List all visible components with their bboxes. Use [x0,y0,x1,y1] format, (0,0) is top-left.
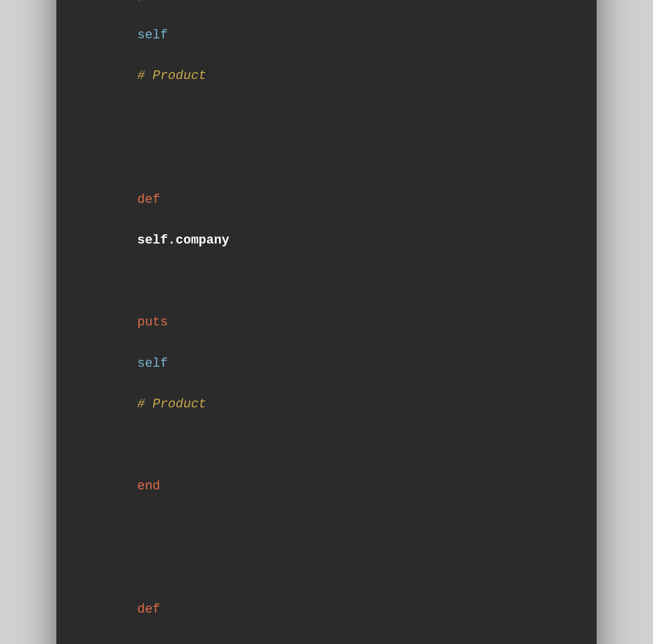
code-line-6: end [91,435,562,517]
keyword-self: self [137,356,168,371]
space [137,213,145,227]
code-line-4: def self.company [91,149,562,271]
code-block: puts self # main class Product puts self… [91,0,562,644]
keyword-puts: puts [137,315,168,330]
blank-line [91,538,562,559]
space [137,377,152,391]
indent [137,582,152,596]
blank-line [91,517,562,538]
blank-line [91,128,562,149]
space [137,8,145,22]
keyword-def-2: def [137,602,160,617]
space [137,335,145,350]
code-line-7: def price [91,559,562,644]
space [137,48,152,63]
method-name-self-company: self.company [137,233,229,248]
code-line-5: puts self # Product [91,271,562,435]
indent [137,295,168,309]
comment-product-2: # Product [137,397,206,412]
indent [137,459,152,473]
comment-product-1: # Product [137,69,206,83]
blank-line [91,107,562,128]
code-line-3: puts self # Product [91,0,562,107]
space [137,623,145,638]
keyword-def: def [137,192,160,207]
indent [137,172,152,187]
code-window: puts self # main class Product puts self… [56,0,597,644]
keyword-puts: puts [137,0,168,2]
keyword-self: self [137,28,168,42]
keyword-end-1: end [137,479,160,493]
